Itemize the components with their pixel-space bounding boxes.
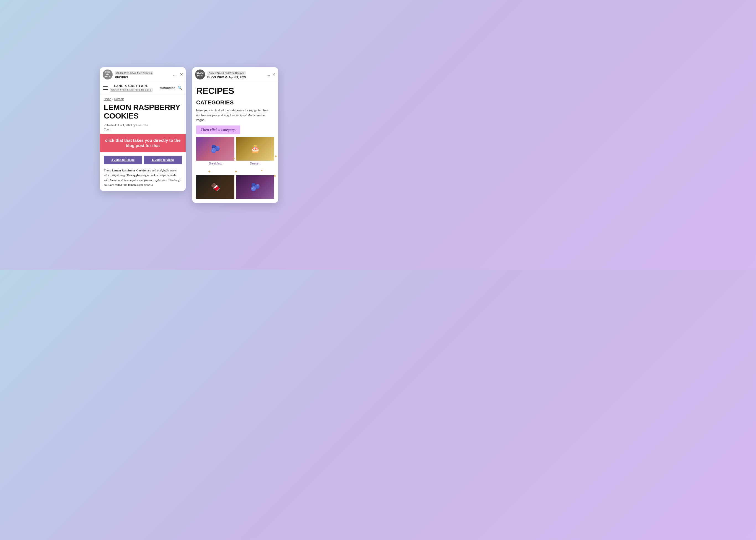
right-site-title: RECIPES <box>196 86 274 96</box>
categories-heading: CATEGORIES <box>196 99 274 106</box>
left-story-avatar: FINDMYRECIP <box>103 69 113 79</box>
post-body-paragraph: These Lemon Raspberry Cookies are soft a… <box>104 168 182 188</box>
category-img-dessert: 🎂 <box>236 137 274 161</box>
category-item-dessert[interactable]: 🎂 Dessert ✦ ✦ <box>236 137 274 166</box>
right-story-title: BLOG INFO ✿ <box>207 75 227 79</box>
post-continue-link[interactable]: Con... <box>104 128 182 131</box>
right-story-avatar: BLOGINFO <box>195 69 205 79</box>
search-icon[interactable]: 🔍 <box>178 85 182 90</box>
right-bottom-grid: 🍫 🫐 ✦ <box>196 175 274 199</box>
left-story-close[interactable]: × <box>180 72 183 77</box>
jump-buttons: ⬇ Jump to Recipe ▶ Jump to Video <box>104 156 182 164</box>
breadcrumb-current[interactable]: Dessert <box>114 97 124 100</box>
post-title: LEMON RASPBERRY COOKIES <box>104 103 182 120</box>
category-item-breakfast[interactable]: 🫐 Breakfast <box>196 137 234 166</box>
category-item-4[interactable]: 🫐 ✦ <box>236 175 274 199</box>
subscribe-button[interactable]: SUBSCRIBE <box>160 87 175 89</box>
left-story-tag: Gluten Free & Nut Free Recipes <box>115 71 153 75</box>
left-header-top: LANE & GREY FARE Gluten Free & Nut Free … <box>103 84 153 92</box>
right-story-bar: BLOGINFO Gluten Free & Nut Free Recipes … <box>192 67 278 82</box>
jump-to-recipe-button[interactable]: ⬇ Jump to Recipe <box>104 156 142 164</box>
sparkle-icon-4: ✦ <box>234 169 238 174</box>
post-body: These Lemon Raspberry Cookies are soft a… <box>104 168 182 188</box>
annotation-overlay: click that that takes you directly to th… <box>100 134 186 152</box>
category-img-breakfast: 🫐 <box>196 137 234 161</box>
hamburger-line-1 <box>103 86 108 87</box>
hamburger-line-3 <box>103 89 108 90</box>
right-story-dots[interactable]: ... <box>267 72 270 77</box>
breadcrumb-home[interactable]: Home <box>104 97 111 100</box>
click-category-overlay: Then click a category. <box>196 125 240 134</box>
right-phone: BLOGINFO Gluten Free & Nut Free Recipes … <box>192 67 278 203</box>
category-label-dessert: Dessert <box>236 161 274 166</box>
screens-container: FINDMYRECIP Gluten Free & Nut Free Recip… <box>94 62 284 208</box>
breadcrumb: Home » Dessert <box>104 97 182 100</box>
category-img-4: 🫐 <box>236 175 274 199</box>
right-content: RECIPES CATEGORIES Here you can find all… <box>192 82 278 203</box>
header-actions: SUBSCRIBE 🔍 <box>160 85 182 90</box>
left-story-title: RECIPES <box>115 75 171 79</box>
category-item-3[interactable]: 🍫 <box>196 175 234 199</box>
site-logo: LANE & GREY FARE Gluten Free & Nut Free … <box>110 84 153 92</box>
sparkle-icon-3: ✦ <box>208 169 211 174</box>
left-site-header: LANE & GREY FARE Gluten Free & Nut Free … <box>100 82 186 94</box>
category-img-3: 🍫 <box>196 175 234 199</box>
category-label-breakfast: Breakfast <box>196 161 234 166</box>
jump-to-video-button[interactable]: ▶ Jump to Video <box>144 156 182 164</box>
right-story-close[interactable]: × <box>272 72 275 77</box>
hamburger-menu[interactable] <box>103 86 108 90</box>
right-story-info: Gluten Free & Nut Free Recipes BLOG INFO… <box>207 70 264 79</box>
right-story-title-row: BLOG INFO ✿ April 9, 2022 <box>207 75 264 79</box>
hamburger-line-2 <box>103 88 108 88</box>
left-story-info: Gluten Free & Nut Free Recipes RECIPES <box>115 70 171 79</box>
left-phone: FINDMYRECIP Gluten Free & Nut Free Recip… <box>100 67 186 191</box>
left-content-area: Home » Dessert LEMON RASPBERRY COOKIES P… <box>100 94 186 191</box>
site-tagline: Gluten Free & Nut Free Recipes <box>110 88 153 92</box>
left-story-dots[interactable]: ... <box>173 72 176 77</box>
right-story-date: April 9, 2022 <box>229 75 247 79</box>
left-story-bar: FINDMYRECIP Gluten Free & Nut Free Recip… <box>100 67 186 82</box>
category-grid: 🫐 Breakfast 🎂 Dessert ✦ ✦ <box>196 137 274 166</box>
categories-description: Here you can find all the categories for… <box>196 108 274 123</box>
right-story-tag: Gluten Free & Nut Free Recipes <box>207 71 246 75</box>
sparkle-icon-1: ✦ <box>274 154 277 159</box>
sparkle-icon-5: ✦ <box>261 169 263 174</box>
breadcrumb-separator: » <box>112 97 113 100</box>
sparkle-row: ✦ ✦ ✦ <box>196 169 274 174</box>
post-meta: Published: Jun 1, 2023 by Lee · This <box>104 124 182 127</box>
